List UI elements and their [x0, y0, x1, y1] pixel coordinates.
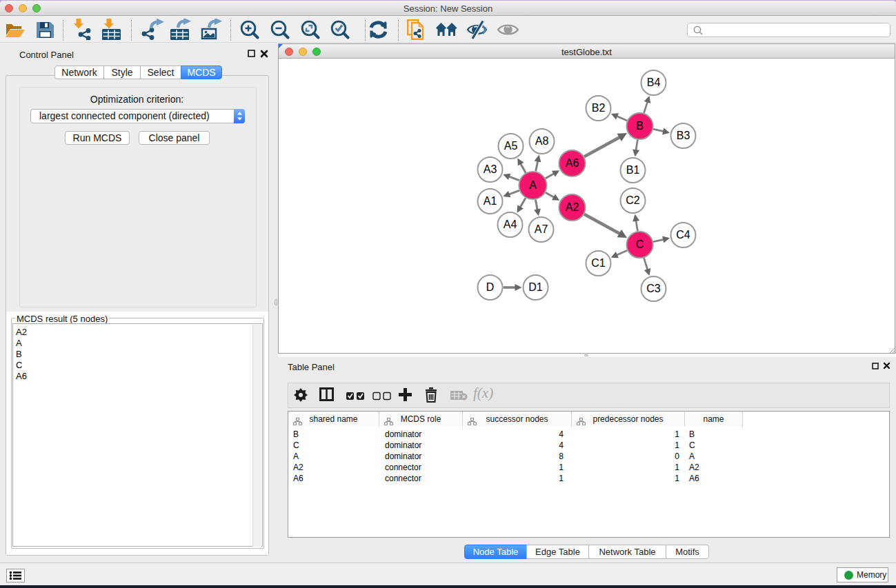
svg-text:A6: A6 — [566, 157, 579, 169]
svg-text:C: C — [636, 239, 644, 250]
svg-text:A2: A2 — [566, 201, 579, 213]
svg-text:B1: B1 — [626, 164, 640, 176]
svg-text:A5: A5 — [504, 140, 518, 152]
svg-text:A8: A8 — [535, 135, 549, 147]
svg-text:A3: A3 — [484, 163, 497, 175]
svg-text:B3: B3 — [677, 130, 690, 141]
svg-text:A4: A4 — [504, 219, 517, 230]
svg-text:A7: A7 — [535, 223, 548, 235]
svg-text:D1: D1 — [528, 281, 543, 293]
svg-text:B4: B4 — [647, 77, 661, 88]
svg-text:C2: C2 — [626, 194, 640, 206]
svg-text:B2: B2 — [592, 102, 606, 114]
svg-text:C1: C1 — [591, 257, 606, 269]
svg-text:C3: C3 — [646, 283, 661, 294]
svg-text:A1: A1 — [484, 195, 497, 207]
svg-text:B: B — [636, 120, 644, 132]
svg-text:D: D — [486, 281, 495, 293]
svg-text:C4: C4 — [676, 229, 690, 241]
svg-text:A: A — [529, 179, 537, 191]
